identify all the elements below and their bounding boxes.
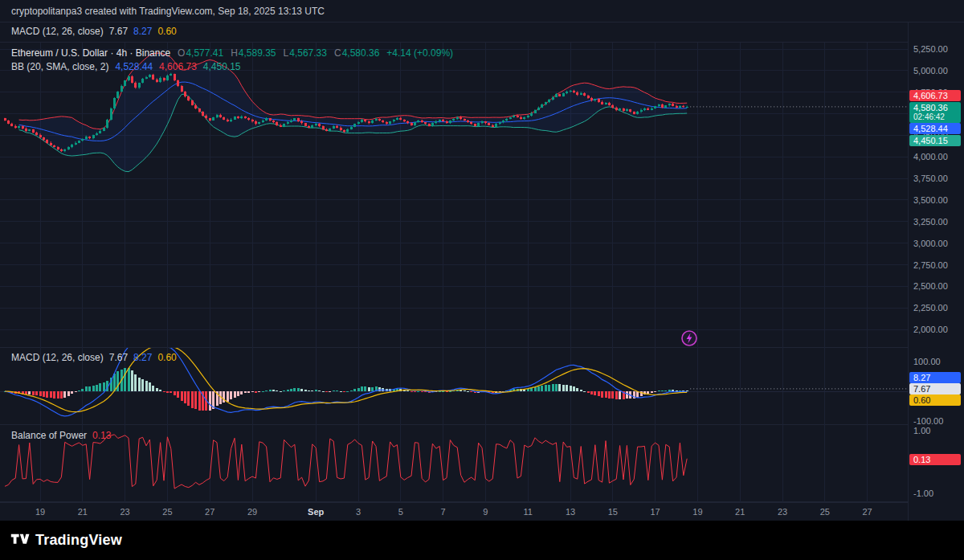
bottom-bar: TradingView: [0, 521, 964, 560]
time-tick-label: 15: [608, 507, 618, 517]
bop-value: 0.13: [92, 430, 111, 441]
axis-tick-label: 2,500.00: [913, 281, 948, 291]
symbol-legend: Ethereum / U.S. Dollar · 4h · Binance O4…: [11, 47, 453, 59]
macd-histogram-value: 7.67: [109, 352, 128, 363]
axis-tick-label: 3,000.00: [913, 239, 948, 248]
axis-tick-label: -100.00: [913, 416, 943, 426]
price-change: +4.14 (+0.09%): [386, 47, 453, 59]
axis-tick-label: 2,000.00: [913, 325, 948, 334]
watermark-text: cryptopolitanpa3 created with TradingVie…: [11, 6, 325, 17]
time-tick-label: 11: [523, 507, 532, 517]
macd-signal-value: 0.60: [157, 26, 176, 37]
macd-line-value: 8.27: [133, 352, 152, 363]
time-tick-label: 9: [483, 507, 488, 517]
axis-tick-label: 100.00: [913, 357, 941, 366]
macd-histogram-badge: 7.67: [909, 383, 961, 394]
time-tick-label: 21: [78, 507, 88, 517]
macd-line-value: 8.27: [133, 26, 152, 37]
bb-upper-price-badge: 4,606.73: [909, 90, 961, 101]
bb-lower-price-badge: 4,450.15: [909, 135, 961, 146]
time-tick-label: 25: [820, 507, 830, 517]
watermark-bar: cryptopolitanpa3 created with TradingVie…: [0, 0, 964, 22]
tradingview-chart-window: cryptopolitanpa3 created with TradingVie…: [0, 0, 964, 560]
bop-legend-title[interactable]: Balance of Power: [11, 430, 87, 441]
macd-legend-title[interactable]: MACD (12, 26, close): [11, 26, 104, 37]
bop-value-badge: 0.13: [909, 454, 961, 465]
macd-top-legend: MACD (12, 26, close) 7.67 8.27 0.60: [11, 26, 177, 37]
time-axis[interactable]: 192123252729Sep3579111315171921232527: [0, 502, 908, 521]
last-price-countdown-badge: 4,580.3602:46:42: [909, 102, 961, 123]
time-tick-label: 7: [441, 507, 446, 517]
time-tick-label: 29: [247, 507, 257, 517]
tradingview-wordmark: TradingView: [35, 532, 122, 549]
time-tick-label: Sep: [308, 507, 324, 517]
close-value: C4,580.36: [334, 47, 379, 59]
bb-basis-price-badge: 4,528.44: [909, 123, 961, 134]
bb-basis-value: 4,528.44: [115, 61, 153, 72]
axis-tick-label: 5,000.00: [913, 66, 948, 76]
price-axis[interactable]: 5,250.005,000.004,750.004,500.004,250.00…: [908, 22, 964, 521]
chart-watermark-icon: [680, 329, 699, 348]
bollinger-legend: BB (20, SMA, close, 2) 4,528.44 4,606.73…: [11, 61, 241, 72]
time-tick-label: 27: [205, 507, 214, 517]
time-tick-label: 17: [650, 507, 660, 517]
macd-pane[interactable]: MACD (12, 26, close) 7.67 8.27 0.60: [0, 348, 908, 425]
price-pane[interactable]: Ethereum / U.S. Dollar · 4h · Binance O4…: [0, 43, 908, 348]
bollinger-legend-title[interactable]: BB (20, SMA, close, 2): [11, 61, 108, 72]
axis-tick-label: 3,500.00: [913, 195, 948, 205]
bb-lower-value: 4,450.15: [203, 61, 241, 72]
bop-legend: Balance of Power 0.13: [11, 430, 111, 441]
time-tick-label: 13: [566, 507, 575, 517]
macd-legend-title[interactable]: MACD (12, 26, close): [11, 352, 104, 363]
high-value: H4,589.35: [231, 47, 276, 59]
macd-histogram-value: 7.67: [109, 26, 128, 37]
price-chart-plot[interactable]: [0, 43, 908, 348]
tradingview-logo-icon: [10, 529, 30, 552]
tradingview-logo[interactable]: TradingView: [0, 529, 122, 552]
macd-line-badge: 8.27: [909, 372, 961, 383]
time-tick-label: 19: [35, 507, 45, 517]
axis-tick-label: 3,750.00: [913, 174, 948, 183]
open-value: O4,577.41: [178, 47, 223, 59]
time-tick-label: 21: [735, 507, 745, 517]
time-tick-label: 23: [120, 507, 129, 517]
bb-upper-value: 4,606.73: [159, 61, 197, 72]
axis-tick-label: 3,250.00: [913, 217, 948, 227]
time-tick-label: 3: [356, 507, 361, 517]
axis-tick-label: 2,250.00: [913, 303, 948, 313]
axis-tick-label: 4,000.00: [913, 152, 948, 161]
low-value: L4,567.33: [284, 47, 327, 59]
axis-tick-label: 5,250.00: [913, 44, 948, 54]
axis-tick-label: 1.00: [913, 426, 930, 435]
time-tick-label: 25: [162, 507, 172, 517]
time-tick-label: 27: [862, 507, 872, 517]
time-tick-label: 23: [778, 507, 787, 517]
macd-top-strip-pane[interactable]: MACD (12, 26, close) 7.67 8.27 0.60: [0, 22, 908, 43]
symbol-title[interactable]: Ethereum / U.S. Dollar · 4h · Binance: [11, 47, 170, 59]
macd-pane-legend: MACD (12, 26, close) 7.67 8.27 0.60: [11, 352, 177, 363]
bop-chart-plot[interactable]: [0, 425, 908, 502]
balance-of-power-pane[interactable]: Balance of Power 0.13: [0, 425, 908, 502]
macd-signal-badge: 0.60: [909, 394, 961, 406]
time-tick-label: 5: [398, 507, 403, 517]
time-tick-label: 19: [692, 507, 702, 517]
macd-signal-value: 0.60: [157, 352, 176, 363]
axis-tick-label: 2,750.00: [913, 260, 948, 270]
axis-tick-label: -1.00: [913, 488, 933, 498]
